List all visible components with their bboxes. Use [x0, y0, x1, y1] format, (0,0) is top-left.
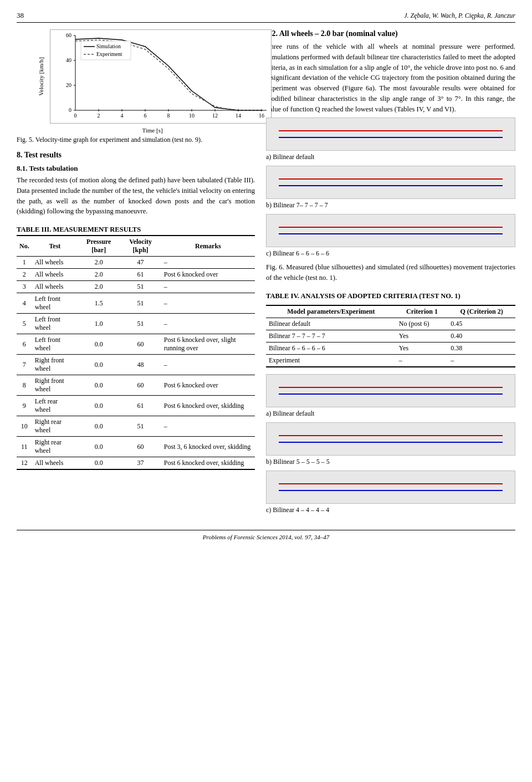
table-row: Experiment – –: [266, 354, 515, 367]
left-column: Velocity [km/h] 0 20 40 60 0 2: [17, 29, 255, 519]
col-test: Test: [32, 236, 78, 257]
figure6a-image: [266, 117, 515, 151]
fig7b-caption: b) Bilinear 5 – 5 – 5 – 5: [266, 458, 515, 466]
table-row: 11 Right rear wheel 0.0 60 Post 3, 6 kno…: [17, 437, 255, 457]
col-no: No.: [17, 236, 32, 257]
svg-text:16: 16: [259, 113, 264, 119]
table-row: 9 Left rear wheel 0.0 61 Post 6 knocked …: [17, 396, 255, 416]
svg-text:12: 12: [212, 113, 218, 119]
svg-text:4: 4: [121, 113, 124, 119]
table-row: 8 Right front wheel 0.0 60 Post 6 knocke…: [17, 375, 255, 396]
table-row: 7 Right front wheel 0.0 48 –: [17, 355, 255, 375]
traj-red-line-a: [279, 130, 502, 131]
traj-blue-line-7a: [279, 393, 502, 395]
fig6a-caption: a) Bilinear default: [266, 153, 515, 161]
table-row: 5 Left front wheel 1.0 51 –: [17, 314, 255, 334]
svg-text:40: 40: [66, 57, 71, 63]
traj-red-line-7c: [279, 483, 502, 484]
section8-heading: 8. Test results: [17, 151, 255, 160]
footer-text: Problems of Forensic Sciences 2014, vol.…: [203, 534, 329, 540]
svg-text:6: 6: [144, 113, 147, 119]
section82-heading: 8.2. All wheels – 2.0 bar (nominal value…: [266, 29, 515, 38]
traj-red-line-c: [279, 227, 502, 228]
chart-svg: 0 20 40 60 0 2 4 6 8 10 12 14: [50, 30, 271, 123]
fig7c-caption: c) Bilinear 4 – 4 – 4 – 4: [266, 506, 515, 514]
col-remarks: Remarks: [161, 236, 255, 257]
fig7a-caption: a) Bilinear default: [266, 410, 515, 418]
table4: Model parameters/Experiment Criterion 1 …: [266, 305, 515, 367]
svg-text:0: 0: [74, 113, 77, 119]
table-row: Bilinear 7 – 7 – 7 – 7 Yes 0.40: [266, 330, 515, 342]
figure7c-image: [266, 471, 515, 504]
svg-text:14: 14: [236, 113, 241, 119]
fig6b-caption: b) Bilinear 7– 7 – 7 – 7: [266, 201, 515, 209]
table-row: 1 All wheels 2.0 47 –: [17, 257, 255, 269]
velocity-chart: Velocity [km/h] 0 20 40 60 0 2: [50, 29, 272, 124]
table4-header-row: Model parameters/Experiment Criterion 1 …: [266, 305, 515, 318]
svg-text:Experiment: Experiment: [96, 51, 122, 57]
fig6-main-caption: Fig. 6. Measured (blue silhouettes) and …: [266, 262, 515, 283]
traj-blue-line-7c: [279, 490, 502, 491]
fig5-caption: Fig. 5. Velocity-time graph for experime…: [17, 136, 255, 144]
table-row: Bilinear 6 – 6 – 6 – 6 Yes 0.38: [266, 342, 515, 354]
table-row: Bilinear default No (post 6) 0.45: [266, 318, 515, 330]
svg-text:2: 2: [98, 113, 100, 119]
col-model: Model parameters/Experiment: [266, 305, 396, 318]
fig6c-caption: c) Bilinear 6 – 6 – 6 – 6: [266, 249, 515, 258]
section81-heading: 8.1. Tests tabulation: [17, 164, 255, 173]
figure7b-image: [266, 422, 515, 456]
journal-title: J. Zębala, W. Wach, P. Ciępka, R. Janczu…: [404, 12, 515, 20]
svg-text:20: 20: [66, 82, 71, 88]
table-row: 10 Right rear wheel 0.0 51 –: [17, 416, 255, 437]
col-criterion2: Q (Criterion 2): [448, 305, 515, 318]
table4-title: TABLE IV. ANALYSIS OF ADOPTED CRITERIA (…: [266, 292, 515, 300]
figure7a-image: [266, 374, 515, 407]
table-row: 6 Left front wheel 0.0 60 Post 6 knocked…: [17, 334, 255, 355]
table-row: 4 Left front wheel 1.5 51 –: [17, 293, 255, 314]
page-footer: Problems of Forensic Sciences 2014, vol.…: [17, 530, 515, 540]
table3-header-row: No. Test Pressure [bar] Velocity [kph] R…: [17, 236, 255, 257]
traj-blue-line-7b: [279, 442, 502, 443]
traj-blue-line-a: [279, 137, 502, 138]
svg-text:10: 10: [189, 113, 195, 119]
traj-red-line-b: [279, 178, 502, 180]
right-column: 8.2. All wheels – 2.0 bar (nominal value…: [266, 29, 515, 519]
traj-red-line-7a: [279, 387, 502, 388]
figure6b-image: [266, 166, 515, 199]
figure5-container: Velocity [km/h] 0 20 40 60 0 2: [50, 29, 255, 134]
table3: No. Test Pressure [bar] Velocity [kph] R…: [17, 235, 255, 470]
table-row: 3 All wheels 2.0 51 –: [17, 281, 255, 293]
svg-text:8: 8: [167, 113, 170, 119]
section82-body: Three runs of the vehicle with all wheel…: [266, 42, 515, 114]
svg-text:60: 60: [66, 32, 71, 38]
table-row: 12 All wheels 0.0 37 Post 6 knocked over…: [17, 457, 255, 470]
table3-title: TABLE III. MEASUREMENT RESULTS: [17, 226, 255, 234]
traj-blue-line-c: [279, 233, 502, 234]
traj-red-line-7b: [279, 435, 502, 436]
x-axis-label: Time [s]: [50, 127, 255, 134]
table-row: 2 All wheels 2.0 61 Post 6 knocked over: [17, 269, 255, 281]
page-header: 38 J. Zębala, W. Wach, P. Ciępka, R. Jan…: [17, 11, 515, 23]
svg-text:0: 0: [69, 107, 71, 113]
col-velocity: Velocity [kph]: [120, 236, 161, 257]
col-pressure: Pressure [bar]: [78, 236, 120, 257]
col-criterion1: Criterion 1: [396, 305, 448, 318]
section81-body: The recorded tests (of motion along the …: [17, 175, 255, 217]
svg-text:Simulation: Simulation: [96, 43, 121, 49]
traj-blue-line-b: [279, 185, 502, 186]
page-number: 38: [17, 11, 24, 20]
figure6c-image: [266, 214, 515, 247]
y-axis-label: Velocity [km/h]: [38, 57, 44, 95]
